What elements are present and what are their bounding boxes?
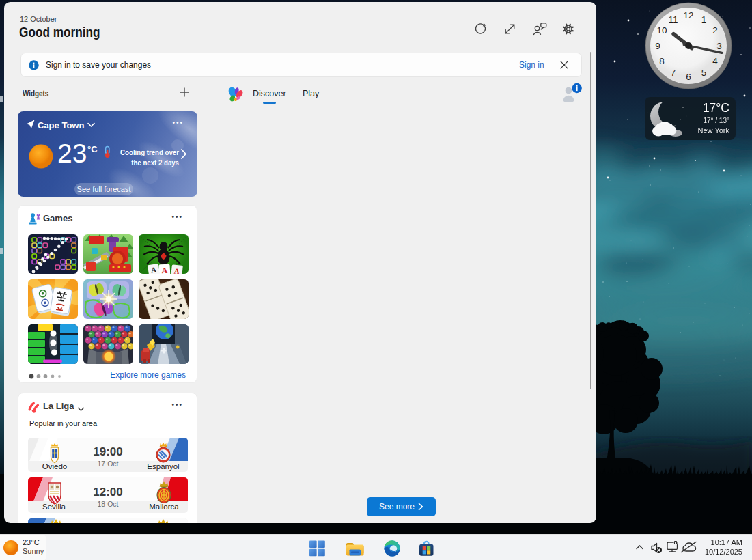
- svg-text:11: 11: [668, 14, 678, 25]
- svg-text:5: 5: [701, 68, 707, 78]
- svg-text:12: 12: [683, 10, 693, 20]
- svg-text:6: 6: [686, 72, 691, 82]
- svg-text:7: 7: [671, 68, 676, 78]
- svg-text:2: 2: [712, 25, 718, 36]
- svg-text:4: 4: [712, 56, 718, 66]
- svg-text:A: A: [161, 266, 168, 274]
- svg-text:10: 10: [656, 25, 667, 36]
- svg-text:A: A: [173, 267, 180, 274]
- svg-text:3: 3: [716, 41, 722, 51]
- svg-text:9: 9: [655, 41, 660, 51]
- svg-text:8: 8: [659, 56, 665, 66]
- svg-text:1: 1: [701, 14, 707, 25]
